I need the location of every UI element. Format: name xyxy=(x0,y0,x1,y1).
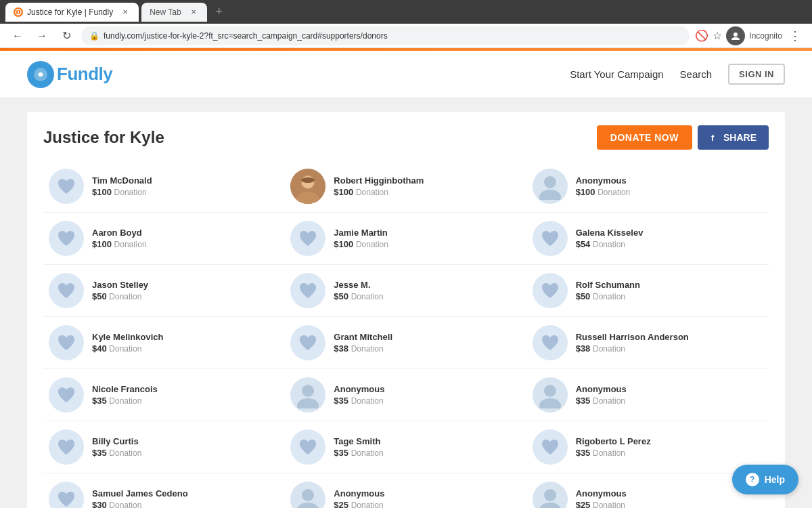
avatar xyxy=(290,273,325,308)
donor-name: Anonymous xyxy=(334,488,384,499)
donor-name: Tage Smith xyxy=(334,436,383,446)
avatar xyxy=(49,429,84,465)
donor-amount: $38 Donation xyxy=(334,343,392,354)
donor-name: Jesse M. xyxy=(334,280,383,290)
donor-info: Anonymous $25 Donation xyxy=(334,488,384,508)
incognito-icon xyxy=(726,26,745,45)
donor-name: Anonymous xyxy=(576,384,627,394)
svg-point-10 xyxy=(301,177,315,183)
sign-in-button[interactable]: SIGN IN xyxy=(728,64,785,85)
tab-label: Justice for Kyle | Fundly xyxy=(27,7,113,17)
new-tab-button[interactable]: + xyxy=(210,3,229,22)
tab-new-close-button[interactable]: ✕ xyxy=(188,7,199,18)
star-icon[interactable]: ☆ xyxy=(713,29,722,42)
avatar xyxy=(533,482,568,508)
donor-info: Anonymous $25 Donation xyxy=(576,488,627,508)
list-item: Nicole Francois $35 Donation xyxy=(43,369,285,421)
tab-new[interactable]: New Tab ✕ xyxy=(141,3,206,22)
donor-info: Tage Smith $35 Donation xyxy=(334,436,383,458)
avatar xyxy=(49,169,84,204)
share-button[interactable]: f SHARE xyxy=(698,125,769,150)
browser-menu-button[interactable]: ⋮ xyxy=(786,26,804,46)
donor-name: Rigoberto L Perez xyxy=(576,436,651,446)
donor-name: Robert Higginbotham xyxy=(334,175,424,186)
list-item: Anonymous $35 Donation xyxy=(285,369,526,421)
donor-name: Jason Stelley xyxy=(92,280,148,290)
donor-name: Kyle Melinkovich xyxy=(92,332,163,342)
donor-amount: $50 Donation xyxy=(92,291,148,301)
donor-info: Nicole Francois $35 Donation xyxy=(92,384,158,406)
donor-info: Tim McDonald $100 Donation xyxy=(92,175,152,197)
refresh-button[interactable]: ↻ xyxy=(57,26,76,45)
donor-amount: $30 Donation xyxy=(92,500,188,508)
svg-point-16 xyxy=(539,398,561,408)
list-item: Anonymous $35 Donation xyxy=(527,369,769,421)
forward-button[interactable]: → xyxy=(32,26,51,45)
donor-name: Russell Harrison Anderson xyxy=(576,332,689,342)
donor-info: Anonymous $100 Donation xyxy=(576,175,631,197)
donor-info: Jamie Martin $100 Donation xyxy=(334,228,388,249)
tab-close-button[interactable]: ✕ xyxy=(120,7,131,18)
help-button[interactable]: ? Help xyxy=(732,465,798,494)
svg-point-20 xyxy=(539,503,561,508)
list-item: Galena Kisselev $54 Donation xyxy=(527,213,769,265)
avatar xyxy=(290,377,325,412)
logo-text: Fundly xyxy=(57,64,112,85)
start-campaign-link[interactable]: Start Your Campaign xyxy=(570,68,663,80)
donor-amount: $25 Donation xyxy=(576,500,627,508)
svg-point-15 xyxy=(544,385,556,397)
page-content: Justice for Kyle DONATE NOW f SHARE Tim … xyxy=(0,98,812,508)
back-button[interactable]: ← xyxy=(8,26,27,45)
donor-name: Anonymous xyxy=(576,488,627,499)
list-item: Kyle Melinkovich $40 Donation xyxy=(43,317,285,369)
site-header: Fundly Start Your Campaign Search SIGN I… xyxy=(0,51,812,98)
tab-new-label: New Tab xyxy=(150,7,181,17)
donor-name: Anonymous xyxy=(576,175,631,186)
donor-amount: $35 Donation xyxy=(576,448,651,458)
donor-info: Jesse M. $50 Donation xyxy=(334,280,383,301)
avatar xyxy=(49,221,84,256)
donor-amount: $35 Donation xyxy=(576,396,627,406)
donor-amount: $35 Donation xyxy=(92,396,158,406)
tab-favicon-icon xyxy=(14,7,23,17)
list-item: Anonymous $25 Donation xyxy=(285,473,526,508)
donor-name: Jamie Martin xyxy=(334,228,388,238)
avatar xyxy=(290,429,325,465)
donor-name: Grant Mitchell xyxy=(334,332,392,342)
list-item: Anonymous $100 Donation xyxy=(527,161,769,213)
list-item: Russell Harrison Anderson $38 Donation xyxy=(527,317,769,369)
list-item: Rigoberto L Perez $35 Donation xyxy=(527,421,769,473)
donor-amount: $38 Donation xyxy=(576,343,689,354)
campaign-header: Justice for Kyle DONATE NOW f SHARE xyxy=(43,125,769,150)
donor-name: Tim McDonald xyxy=(92,175,152,186)
avatar xyxy=(533,221,568,256)
campaign-card: Justice for Kyle DONATE NOW f SHARE Tim … xyxy=(27,112,785,508)
avatar xyxy=(533,325,568,360)
donor-info: Rigoberto L Perez $35 Donation xyxy=(576,436,651,458)
tab-active[interactable]: Justice for Kyle | Fundly ✕ xyxy=(5,3,139,22)
help-icon: ? xyxy=(746,473,759,486)
lock-icon: 🔒 xyxy=(89,31,99,41)
search-link[interactable]: Search xyxy=(680,68,713,80)
donor-amount: $50 Donation xyxy=(334,291,383,301)
url-bar[interactable]: 🔒 fundly.com/justice-for-kyle-2?ft_src=s… xyxy=(81,26,690,45)
facebook-icon: f xyxy=(710,133,719,142)
donor-info: Aaron Boyd $100 Donation xyxy=(92,228,147,249)
incognito-label: Incognito xyxy=(749,31,782,41)
avatar xyxy=(533,377,568,412)
avatar xyxy=(290,169,325,204)
avatar xyxy=(290,325,325,360)
donor-info: Grant Mitchell $38 Donation xyxy=(334,332,392,354)
donor-amount: $40 Donation xyxy=(92,343,163,354)
avatar xyxy=(290,482,325,508)
donor-info: Anonymous $35 Donation xyxy=(576,384,627,406)
avatar xyxy=(290,221,325,256)
donate-now-button[interactable]: DONATE NOW xyxy=(597,125,692,150)
donor-info: Samuel James Cedeno $30 Donation xyxy=(92,488,188,508)
list-item: Jason Stelley $50 Donation xyxy=(43,265,285,317)
donor-amount: $35 Donation xyxy=(334,448,383,458)
url-text: fundly.com/justice-for-kyle-2?ft_src=sea… xyxy=(104,31,388,41)
list-item: Jamie Martin $100 Donation xyxy=(285,213,526,265)
donor-name: Nicole Francois xyxy=(92,384,158,394)
header-nav: Start Your Campaign Search SIGN IN xyxy=(570,64,785,85)
